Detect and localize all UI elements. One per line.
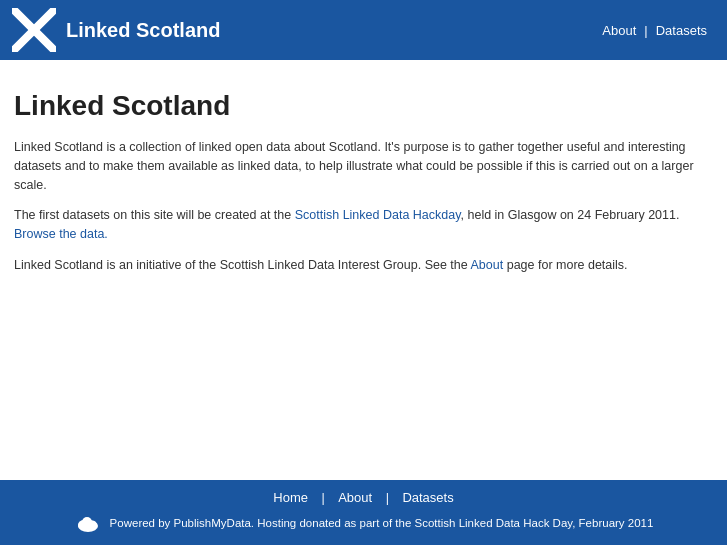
hackday-middle: , held in Glasgow on 24 February 2011. — [461, 208, 680, 222]
about-inline-link[interactable]: About — [471, 258, 504, 272]
initiative-suffix: page for more details. — [503, 258, 627, 272]
browse-data-link[interactable]: Browse the data. — [14, 227, 108, 241]
hackday-prefix: The first datasets on this site will be … — [14, 208, 295, 222]
saltire-icon — [12, 8, 56, 52]
nav-about-link[interactable]: About — [594, 23, 644, 38]
intro-paragraph: Linked Scotland is a collection of linke… — [14, 138, 696, 194]
initiative-paragraph: Linked Scotland is an initiative of the … — [14, 256, 696, 275]
header-navigation: About | Datasets — [594, 23, 715, 38]
site-title: Linked Scotland — [66, 19, 220, 42]
main-content: Linked Scotland Linked Scotland is a col… — [0, 60, 710, 317]
hackday-link[interactable]: Scottish Linked Data Hackday — [295, 208, 461, 222]
page-title: Linked Scotland — [14, 90, 696, 122]
hackday-paragraph: The first datasets on this site will be … — [14, 206, 696, 244]
site-header: Linked Scotland About | Datasets — [0, 0, 727, 60]
logo-area: Linked Scotland — [12, 8, 220, 52]
nav-datasets-link[interactable]: Datasets — [648, 23, 715, 38]
initiative-prefix: Linked Scotland is an initiative of the … — [14, 258, 471, 272]
